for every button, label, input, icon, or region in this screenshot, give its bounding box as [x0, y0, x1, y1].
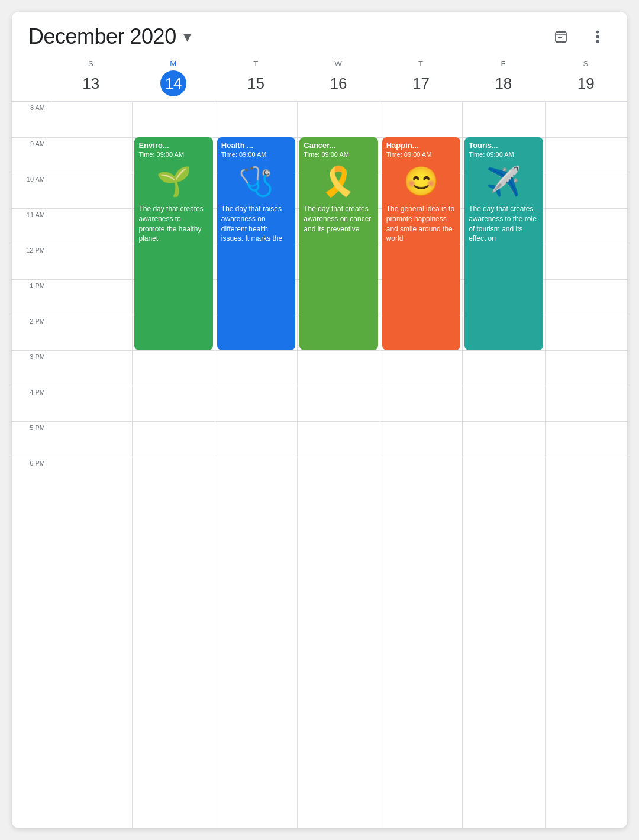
- day-label-wed: W: [334, 59, 342, 68]
- calendar-body: 8 AM 9 AM 10 AM 11 AM 12 PM 1 PM 2 PM 3 …: [12, 102, 627, 828]
- event-health-desc: The day that raises awareness on differe…: [221, 204, 291, 244]
- time-label-10am: 10 AM: [12, 173, 50, 208]
- day-column-tue: Health ... Time: 09:00 AM 🩺 The day that…: [215, 102, 297, 828]
- day-header-thu[interactable]: T 17: [380, 59, 462, 96]
- cell-sun-4[interactable]: [50, 386, 132, 421]
- event-cancer-time: Time: 09:00 AM: [304, 151, 373, 158]
- day-label-thu: T: [418, 59, 424, 68]
- day-header-sun[interactable]: S 13: [50, 59, 132, 96]
- cell-sun-2[interactable]: [50, 315, 132, 350]
- day-number-15: 15: [243, 70, 269, 96]
- event-enviro[interactable]: Enviro... Time: 09:00 AM 🌱 The day that …: [134, 137, 212, 350]
- event-cancer[interactable]: Cancer... Time: 09:00 AM 🎗️ The day that…: [299, 137, 377, 350]
- day-header-sat[interactable]: S 19: [545, 59, 627, 96]
- time-label-3pm: 3 PM: [12, 350, 50, 386]
- event-cancer-emoji: 🎗️: [304, 167, 373, 196]
- event-tourism-desc: The day that creates awareness to the ro…: [469, 204, 538, 244]
- day-label-tue: T: [253, 59, 259, 68]
- day-number-19: 19: [573, 70, 599, 96]
- time-column: 8 AM 9 AM 10 AM 11 AM 12 PM 1 PM 2 PM 3 …: [12, 102, 50, 828]
- svg-rect-4: [558, 37, 560, 38]
- event-happiness-time: Time: 09:00 AM: [386, 151, 456, 158]
- cell-sun-11[interactable]: [50, 208, 132, 244]
- cell-sun-9[interactable]: [50, 137, 132, 173]
- event-tourism[interactable]: Touris... Time: 09:00 AM ✈️ The day that…: [464, 137, 543, 350]
- day-number-18: 18: [490, 70, 517, 96]
- header-actions: [548, 24, 611, 50]
- day-headers: S 13 M 14 T 15 W 16 T 17 F 18 S 19: [12, 57, 627, 102]
- header-left: December 2020 ▾: [28, 24, 191, 49]
- cell-sun-5[interactable]: [50, 421, 132, 457]
- time-label-5pm: 5 PM: [12, 421, 50, 457]
- more-options-button[interactable]: [585, 24, 611, 50]
- svg-rect-5: [560, 37, 562, 38]
- day-column-wed: Cancer... Time: 09:00 AM 🎗️ The day that…: [297, 102, 379, 828]
- day-number-14: 14: [160, 70, 186, 96]
- event-happiness-emoji: 😊: [386, 167, 456, 196]
- time-label-2pm: 2 PM: [12, 315, 50, 350]
- svg-point-8: [596, 40, 599, 43]
- calendar-header: December 2020 ▾: [12, 12, 627, 57]
- cell-sun-8[interactable]: [50, 102, 132, 137]
- day-column-thu: Happin... Time: 09:00 AM 😊 The general i…: [380, 102, 462, 828]
- cell-sun-12[interactable]: [50, 244, 132, 279]
- day-column-sun: [50, 102, 132, 828]
- event-health-emoji: 🩺: [221, 167, 291, 196]
- time-label-1pm: 1 PM: [12, 279, 50, 315]
- calendar-title[interactable]: December 2020: [28, 24, 176, 49]
- month-picker-chevron[interactable]: ▾: [183, 28, 191, 46]
- time-label-6pm: 6 PM: [12, 457, 50, 492]
- event-enviro-emoji: 🌱: [138, 167, 208, 196]
- days-grid: Enviro... Time: 09:00 AM 🌱 The day that …: [50, 102, 627, 828]
- time-gutter-header: [12, 59, 50, 96]
- day-number-13: 13: [78, 70, 104, 96]
- day-header-tue[interactable]: T 15: [215, 59, 297, 96]
- time-label-8am: 8 AM: [12, 102, 50, 137]
- day-header-wed[interactable]: W 16: [297, 59, 379, 96]
- svg-point-7: [596, 35, 599, 38]
- event-health[interactable]: Health ... Time: 09:00 AM 🩺 The day that…: [217, 137, 295, 350]
- event-tourism-title: Touris...: [469, 141, 538, 150]
- more-icon: [596, 30, 599, 44]
- event-enviro-desc: The day that creates awareness to promot…: [138, 204, 208, 244]
- day-column-sat: [545, 102, 627, 828]
- event-happiness-desc: The general idea is to promote happiness…: [386, 204, 456, 244]
- day-label-mon: M: [170, 59, 177, 68]
- day-label-sun: S: [88, 59, 93, 68]
- svg-rect-0: [556, 32, 566, 42]
- calendar-container: December 2020 ▾: [12, 12, 627, 828]
- day-header-fri[interactable]: F 18: [462, 59, 544, 96]
- time-label-12pm: 12 PM: [12, 244, 50, 279]
- event-health-time: Time: 09:00 AM: [221, 151, 291, 158]
- cell-sun-6[interactable]: [50, 457, 132, 492]
- cell-sun-1[interactable]: [50, 279, 132, 315]
- calendar-icon: [554, 30, 568, 44]
- cell-sun-10[interactable]: [50, 173, 132, 208]
- time-label-4pm: 4 PM: [12, 386, 50, 421]
- day-label-sat: S: [583, 59, 589, 68]
- time-label-11am: 11 AM: [12, 208, 50, 244]
- event-enviro-title: Enviro...: [138, 141, 208, 150]
- event-enviro-time: Time: 09:00 AM: [138, 151, 208, 158]
- day-label-fri: F: [501, 59, 506, 68]
- day-number-17: 17: [408, 70, 434, 96]
- cell-sun-3[interactable]: [50, 350, 132, 386]
- event-tourism-time: Time: 09:00 AM: [469, 151, 538, 158]
- calendar-view-button[interactable]: [548, 24, 574, 50]
- day-column-fri: Touris... Time: 09:00 AM ✈️ The day that…: [462, 102, 544, 828]
- event-health-title: Health ...: [221, 141, 291, 150]
- event-cancer-desc: The day that creates awareness on cancer…: [304, 204, 373, 234]
- day-header-mon[interactable]: M 14: [132, 59, 214, 96]
- time-label-9am: 9 AM: [12, 137, 50, 173]
- event-happiness[interactable]: Happin... Time: 09:00 AM 😊 The general i…: [382, 137, 460, 350]
- event-happiness-title: Happin...: [386, 141, 456, 150]
- svg-point-6: [596, 31, 599, 34]
- event-tourism-emoji: ✈️: [469, 167, 538, 196]
- event-cancer-title: Cancer...: [304, 141, 373, 150]
- day-number-16: 16: [325, 70, 351, 96]
- day-column-mon: Enviro... Time: 09:00 AM 🌱 The day that …: [132, 102, 214, 828]
